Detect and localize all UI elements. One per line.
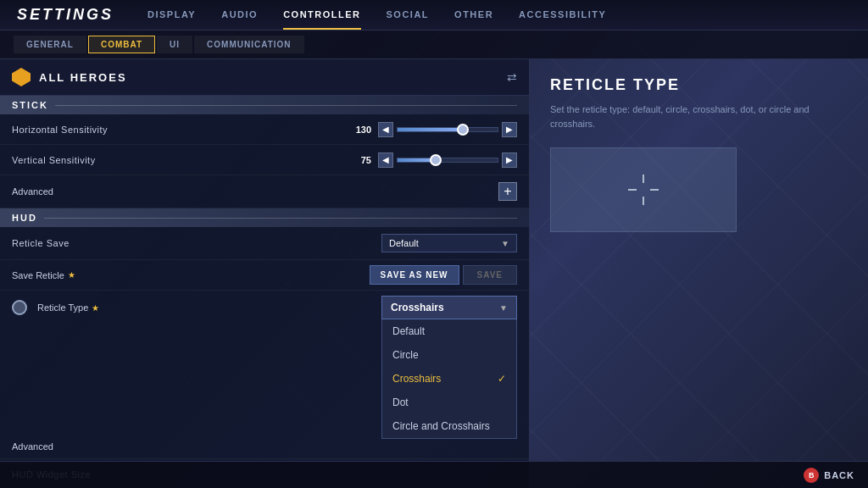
app-title: SETTINGS	[17, 6, 114, 24]
save-button[interactable]: SAVE	[463, 265, 518, 285]
crosshairs-dropdown-trigger[interactable]: Crosshairs ▼	[381, 296, 517, 319]
section-hud-line	[44, 218, 517, 219]
section-stick: STICK	[0, 96, 529, 114]
slider-left-arrow[interactable]: ◀	[378, 122, 393, 137]
slider-right-arrow-v[interactable]: ▶	[502, 152, 517, 168]
tab-communication[interactable]: COMMUNICATION	[194, 36, 303, 53]
vertical-sensitivity-slider: ◀ ▶	[378, 152, 517, 168]
swap-icon[interactable]: ⇄	[507, 70, 517, 84]
slider-fill	[398, 128, 463, 131]
back-btn-label: BACK	[824, 470, 854, 480]
crosshair-vertical-bottom	[643, 197, 644, 205]
section-hud-label: HUD	[12, 213, 37, 223]
reticle-save-row: Reticle Save Default ▼	[0, 227, 529, 260]
horizontal-sensitivity-slider: ◀ ▶	[378, 122, 517, 137]
hud-advanced-label: Advanced	[12, 441, 517, 452]
nav-accessibility[interactable]: ACCESSIBILITY	[519, 1, 606, 30]
stick-advanced-label: Advanced	[12, 186, 498, 197]
bottom-bar: B BACK	[0, 461, 868, 488]
back-btn-circle: B	[804, 468, 819, 483]
horizontal-sensitivity-label: Horizontal Sensitivity	[12, 125, 337, 135]
reticle-preview	[550, 147, 737, 232]
crosshair-vertical-top	[643, 175, 644, 183]
reticle-save-arrow: ▼	[501, 239, 509, 248]
stick-advanced-row: Advanced +	[0, 175, 529, 208]
tab-ui[interactable]: UI	[157, 36, 192, 53]
crosshair-horizontal-left	[628, 189, 637, 191]
reticle-save-label: Reticle Save	[12, 238, 381, 248]
nav-display[interactable]: DISPLAY	[147, 1, 196, 30]
slider-thumb-v[interactable]	[430, 154, 442, 166]
nav-social[interactable]: SOCIAL	[387, 1, 430, 30]
vertical-sensitivity-label: Vertical Sensitivity	[12, 155, 337, 165]
star-icon: ★	[68, 270, 75, 280]
section-hud: HUD	[0, 208, 529, 227]
tab-general[interactable]: GENERAL	[14, 36, 86, 53]
option-dot[interactable]: Dot	[382, 391, 516, 414]
slider-track-v[interactable]	[397, 158, 498, 163]
slider-track[interactable]	[397, 127, 498, 132]
vertical-sensitivity-row: Vertical Sensitivity 75 ◀ ▶	[0, 145, 529, 175]
reticle-dropdown-wrapper: Crosshairs ▼ Default Circle Crosshairs	[381, 296, 517, 319]
crosshair-preview	[626, 173, 660, 207]
nav-other[interactable]: OTHER	[454, 1, 493, 30]
option-circle-crosshairs[interactable]: Circle and Crosshairs	[382, 414, 516, 438]
hero-icon	[12, 68, 31, 86]
save-as-new-button[interactable]: SAVE AS NEW	[370, 265, 459, 285]
reticle-save-dropdown[interactable]: Default ▼	[381, 234, 517, 252]
reticle-circle-marker	[12, 300, 27, 315]
reticle-star-icon: ★	[92, 303, 99, 313]
horizontal-sensitivity-row: Horizontal Sensitivity 130 ◀ ▶	[0, 114, 529, 145]
slider-left-arrow-v[interactable]: ◀	[378, 152, 393, 168]
reticle-type-section: Reticle Type ★ Crosshairs ▼ Default C	[0, 291, 529, 488]
crosshair-horizontal-right	[650, 189, 659, 191]
reticle-type-label: Reticle Type ★	[12, 300, 381, 315]
option-circle[interactable]: Circle	[382, 343, 516, 367]
section-stick-line	[55, 105, 517, 106]
save-reticle-label: Save Reticle ★	[12, 270, 370, 280]
hero-selector[interactable]: ALL HEROES ⇄	[0, 59, 529, 96]
tab-combat[interactable]: COMBAT	[88, 36, 155, 53]
back-button[interactable]: B BACK	[804, 468, 854, 483]
stick-advanced-plus[interactable]: +	[498, 182, 517, 201]
reticle-type-dropdown-menu: Default Circle Crosshairs ✓ Dot	[381, 319, 517, 439]
section-stick-label: STICK	[12, 100, 48, 110]
main-content: ALL HEROES ⇄ STICK Horizontal Sensitivit…	[0, 59, 868, 488]
slider-right-arrow[interactable]: ▶	[502, 122, 517, 137]
option-crosshairs[interactable]: Crosshairs ✓	[382, 367, 516, 391]
left-panel: ALL HEROES ⇄ STICK Horizontal Sensitivit…	[0, 59, 530, 488]
top-nav: DISPLAY AUDIO CONTROLLER SOCIAL OTHER AC…	[147, 1, 606, 30]
top-bar: SETTINGS DISPLAY AUDIO CONTROLLER SOCIAL…	[0, 0, 868, 30]
crosshairs-selected-text: Crosshairs	[391, 302, 499, 313]
slider-thumb[interactable]	[457, 124, 469, 136]
reticle-type-row: Reticle Type ★ Crosshairs ▼ Default C	[0, 291, 529, 324]
reticle-type-title: RETICLE TYPE	[550, 76, 848, 94]
option-default[interactable]: Default	[382, 319, 516, 343]
reticle-type-desc: Set the reticle type: default, circle, c…	[550, 103, 848, 130]
hero-label: ALL HEROES	[39, 71, 507, 84]
sub-tabs: GENERAL COMBAT UI COMMUNICATION	[0, 30, 868, 59]
horizontal-sensitivity-value: 130	[337, 125, 371, 135]
right-panel: RETICLE TYPE Set the reticle type: defau…	[530, 59, 868, 488]
nav-audio[interactable]: AUDIO	[221, 1, 258, 30]
check-icon: ✓	[498, 373, 506, 385]
crosshairs-dropdown-arrow: ▼	[499, 303, 508, 313]
vertical-sensitivity-value: 75	[337, 155, 371, 165]
nav-controller[interactable]: CONTROLLER	[283, 1, 360, 30]
save-reticle-row: Save Reticle ★ SAVE AS NEW SAVE	[0, 260, 529, 291]
reticle-save-value: Default	[389, 238, 501, 248]
